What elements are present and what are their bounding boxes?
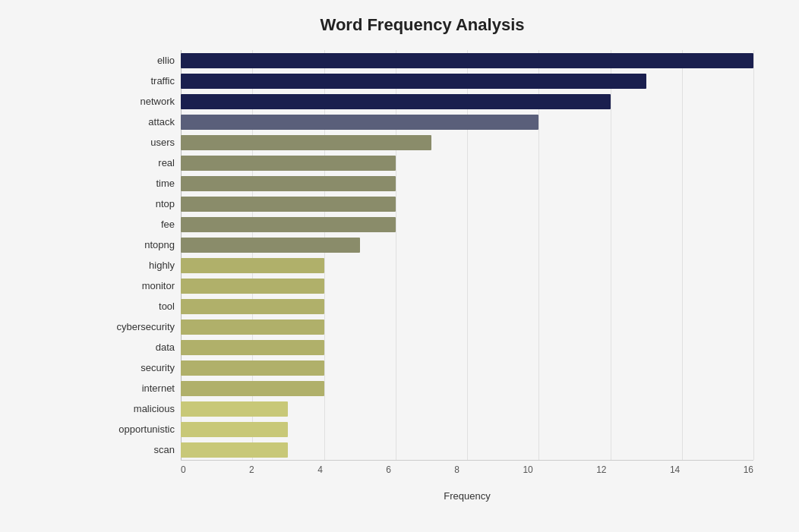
bar-label: malicious (91, 403, 175, 414)
chart-title: Word Frequency Analysis (91, 15, 753, 35)
bar-track (181, 53, 753, 68)
x-tick: 2 (249, 464, 254, 475)
bar-fill (181, 197, 396, 212)
x-axis: 0246810121416 Frequency (181, 460, 753, 490)
bar-fill (181, 217, 396, 232)
x-tick: 0 (181, 464, 186, 475)
bar-row: ntop (91, 196, 753, 212)
bar-track (181, 299, 753, 314)
x-tick: 6 (386, 464, 391, 475)
bar-row: scan (91, 442, 753, 458)
bar-track (181, 135, 753, 150)
bar-label: attack (91, 116, 175, 127)
bar-track (181, 381, 753, 396)
bar-label: network (91, 96, 175, 107)
x-ticks: 0246810121416 (181, 460, 753, 475)
bar-track (181, 320, 753, 335)
bar-row: highly (91, 257, 753, 274)
x-axis-label: Frequency (181, 490, 753, 502)
bar-track (181, 401, 753, 417)
x-tick: 14 (670, 464, 680, 475)
bar-fill (181, 258, 324, 273)
bar-label: cybersecurity (91, 321, 175, 332)
x-tick: 12 (596, 464, 606, 475)
bar-label: real (91, 157, 175, 168)
bar-fill (181, 299, 324, 314)
bar-row: tool (91, 298, 753, 315)
bar-row: traffic (91, 73, 753, 90)
bar-label: time (91, 178, 175, 189)
bar-track (181, 279, 753, 294)
chart-container: Word Frequency Analysis elliotrafficnetw… (0, 0, 799, 532)
chart-area: elliotrafficnetworkattackusersrealtiment… (91, 50, 753, 490)
bar-fill (181, 442, 288, 458)
bar-fill (181, 320, 324, 335)
bar-fill (181, 156, 396, 171)
bar-label: opportunistic (91, 423, 175, 435)
bar-row: data (91, 339, 753, 356)
bar-row: real (91, 155, 753, 172)
x-tick: 4 (317, 464, 323, 475)
bars-wrapper: elliotrafficnetworkattackusersrealtiment… (91, 50, 753, 460)
bar-label: highly (91, 260, 175, 271)
bar-label: users (91, 137, 175, 148)
bar-fill (181, 279, 324, 294)
bar-track (181, 360, 753, 376)
bar-track (181, 115, 753, 130)
bar-row: internet (91, 380, 753, 397)
bar-row: malicious (91, 401, 753, 417)
bar-track (181, 176, 753, 191)
bar-label: ntop (91, 198, 175, 209)
bar-fill (181, 176, 396, 191)
bar-fill (181, 135, 431, 150)
bar-fill (181, 53, 753, 68)
bar-row: fee (91, 216, 753, 233)
bar-track (181, 422, 753, 437)
bar-track (181, 94, 753, 109)
bar-fill (181, 360, 324, 376)
bar-row: security (91, 360, 753, 376)
bar-fill (181, 74, 646, 89)
bar-label: data (91, 342, 175, 353)
bar-label: internet (91, 382, 175, 394)
bar-track (181, 238, 753, 253)
bar-row: users (91, 134, 753, 151)
bar-track (181, 217, 753, 232)
bar-track (181, 340, 753, 355)
bar-track (181, 442, 753, 458)
x-axis-line (181, 460, 753, 461)
bar-row: attack (91, 114, 753, 131)
bar-track (181, 197, 753, 212)
bar-row: ntopng (91, 237, 753, 253)
bar-fill (181, 381, 324, 396)
bar-track (181, 74, 753, 89)
bar-fill (181, 94, 611, 109)
bar-fill (181, 401, 288, 417)
x-tick: 10 (523, 464, 532, 475)
bar-label: traffic (91, 75, 175, 87)
grid-line (753, 50, 754, 460)
bar-row: ellio (91, 52, 753, 69)
bar-label: monitor (91, 280, 175, 291)
bar-row: monitor (91, 278, 753, 294)
bar-row: cybersecurity (91, 319, 753, 335)
bar-label: ellio (91, 55, 175, 66)
bar-track (181, 156, 753, 171)
bar-label: ntopng (91, 239, 175, 250)
bar-label: scan (91, 444, 175, 455)
bar-row: opportunistic (91, 421, 753, 438)
x-tick: 16 (744, 464, 753, 475)
bar-fill (181, 340, 324, 355)
bar-row: time (91, 175, 753, 192)
bar-label: fee (91, 219, 175, 230)
x-tick: 8 (454, 464, 460, 475)
bar-fill (181, 115, 538, 130)
bar-row: network (91, 93, 753, 110)
bar-label: security (91, 362, 175, 373)
bar-fill (181, 238, 360, 253)
bar-label: tool (91, 301, 175, 312)
bar-fill (181, 422, 288, 437)
bar-track (181, 258, 753, 273)
